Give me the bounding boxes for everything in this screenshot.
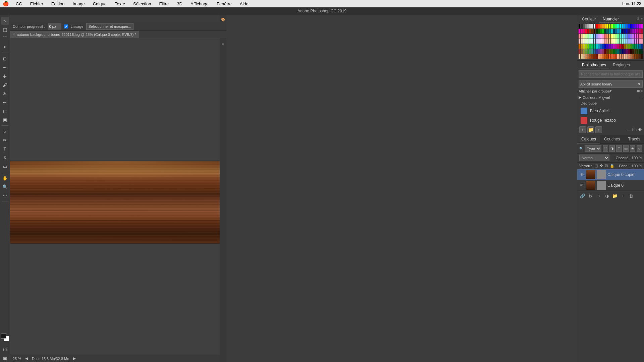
history-tool[interactable]: ↩ — [1, 98, 9, 106]
tab-couches[interactable]: Couches — [600, 135, 624, 143]
grid-view-icon[interactable]: ⊞ — [637, 89, 640, 93]
color-swatch[interactable] — [632, 54, 634, 59]
color-swatch[interactable] — [630, 54, 632, 59]
color-swatch[interactable] — [594, 24, 595, 28]
eraser-tool[interactable]: ◻ — [1, 107, 9, 115]
color-swatch[interactable] — [585, 24, 587, 28]
color-swatch[interactable] — [622, 39, 623, 44]
color-swatch[interactable] — [589, 34, 591, 39]
color-swatch[interactable] — [624, 29, 626, 34]
color-swatch[interactable] — [620, 49, 621, 54]
color-swatch[interactable] — [613, 54, 615, 59]
color-swatch[interactable] — [594, 34, 595, 39]
color-swatch[interactable] — [600, 29, 602, 34]
menu-affichage[interactable]: Affichage — [189, 1, 210, 6]
color-swatch[interactable] — [632, 39, 634, 44]
eyedropper-tool[interactable]: ✒ — [1, 63, 9, 71]
color-swatch[interactable] — [583, 39, 585, 44]
screen-mode[interactable]: ▣ — [1, 354, 9, 362]
filter-toggle-btn[interactable]: ○ — [637, 145, 642, 152]
more-tools[interactable]: ⋯ — [1, 191, 9, 199]
color-swatch[interactable] — [600, 54, 602, 59]
color-swatch[interactable] — [585, 54, 587, 59]
layer-item-1[interactable]: 👁 Calque 0 — [577, 180, 644, 191]
panel-menu-icon[interactable]: ≡ — [641, 17, 643, 22]
color-swatch[interactable] — [598, 49, 600, 54]
lissage-checkbox[interactable] — [64, 24, 68, 28]
color-swatch[interactable] — [583, 44, 585, 49]
tab-calques[interactable]: Calques — [577, 135, 600, 143]
color-swatch[interactable] — [609, 44, 610, 49]
shape-tool[interactable]: ▭ — [1, 162, 9, 170]
color-swatch[interactable] — [620, 34, 621, 39]
tab-bibliotheques[interactable]: Bibliothèques — [579, 62, 609, 68]
menu-calque[interactable]: Calque — [92, 1, 108, 6]
color-swatch[interactable] — [609, 29, 610, 34]
color-swatch[interactable] — [628, 49, 630, 54]
color-swatch[interactable] — [620, 29, 621, 34]
layer-item-0[interactable]: 👁 Calque 0 copie — [577, 169, 644, 180]
color-swatch[interactable] — [581, 44, 582, 49]
filter-pixel-btn[interactable]: ⬚ — [603, 145, 608, 152]
lib-item-rouge[interactable]: Rouge Tezabo — [579, 116, 643, 125]
color-swatch[interactable] — [630, 29, 632, 34]
menu-filtre[interactable]: Filtre — [158, 1, 170, 6]
color-swatch[interactable] — [611, 39, 612, 44]
color-swatch[interactable] — [606, 44, 608, 49]
color-swatch[interactable] — [611, 24, 612, 28]
color-swatch[interactable] — [617, 49, 619, 54]
document-tab[interactable]: ✕ autumn-background-board-220116.jpg @ 2… — [10, 31, 139, 38]
side-color-icon[interactable]: 🎨 — [220, 17, 226, 22]
color-swatch[interactable] — [635, 39, 636, 44]
color-swatch[interactable] — [639, 54, 640, 59]
color-swatch[interactable] — [613, 34, 615, 39]
color-swatch[interactable] — [637, 29, 638, 34]
lib-eye-icon[interactable]: 👁 — [638, 127, 642, 132]
color-swatch[interactable] — [579, 39, 580, 44]
color-swatch[interactable] — [589, 44, 591, 49]
color-swatch[interactable] — [606, 24, 608, 28]
color-swatch[interactable] — [613, 24, 615, 28]
color-swatch[interactable] — [615, 39, 617, 44]
color-swatch[interactable] — [622, 54, 623, 59]
tab-close-btn[interactable]: ✕ — [13, 33, 15, 36]
color-swatch[interactable] — [604, 54, 606, 59]
color-swatch[interactable] — [615, 34, 617, 39]
color-swatch[interactable] — [617, 29, 619, 34]
color-swatch[interactable] — [637, 24, 638, 28]
layers-filter-select[interactable]: Type Nom Effet — [585, 145, 601, 152]
color-swatch[interactable] — [632, 34, 634, 39]
heal-tool[interactable]: ✚ — [1, 72, 9, 80]
move-tool[interactable]: ↖ — [1, 17, 9, 25]
color-swatch[interactable] — [630, 39, 632, 44]
color-swatch[interactable] — [602, 39, 604, 44]
color-swatch[interactable] — [624, 49, 626, 54]
color-swatch[interactable] — [579, 49, 580, 54]
color-swatch[interactable] — [585, 49, 587, 54]
color-swatch[interactable] — [637, 44, 638, 49]
color-swatch[interactable] — [617, 54, 619, 59]
menu-aide[interactable]: Aide — [238, 1, 250, 6]
color-swatch[interactable] — [604, 29, 606, 34]
color-swatch[interactable] — [628, 34, 630, 39]
filter-text-btn[interactable]: T — [616, 145, 622, 152]
tab-nuancier[interactable]: Nuancier — [599, 16, 622, 22]
color-swatch[interactable] — [637, 39, 638, 44]
color-swatch[interactable] — [611, 49, 612, 54]
color-swatch[interactable] — [624, 34, 626, 39]
color-swatch[interactable] — [579, 54, 580, 59]
color-swatch[interactable] — [598, 54, 600, 59]
color-swatch[interactable] — [598, 44, 600, 49]
color-swatch[interactable] — [624, 44, 626, 49]
menu-fichier[interactable]: Fichier — [29, 1, 45, 6]
color-swatch[interactable] — [632, 29, 634, 34]
color-swatch[interactable] — [596, 44, 597, 49]
color-swatch[interactable] — [622, 29, 623, 34]
color-swatch[interactable] — [622, 49, 623, 54]
color-swatch[interactable] — [613, 49, 615, 54]
select-mask-btn[interactable]: Sélectionner et masquer... — [86, 23, 134, 30]
filter-shape-btn[interactable]: ▭ — [623, 145, 629, 152]
color-swatch[interactable] — [641, 49, 643, 54]
color-swatch[interactable] — [581, 39, 582, 44]
path-tool[interactable]: ⧖ — [1, 154, 9, 162]
